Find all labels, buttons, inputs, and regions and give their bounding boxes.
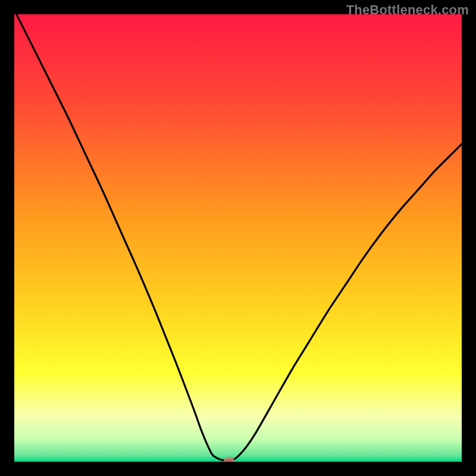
- gradient-background: [14, 14, 462, 462]
- chart-frame: TheBottleneck.com: [0, 0, 476, 476]
- bottleneck-chart: [14, 14, 462, 462]
- plot-area: [14, 14, 462, 462]
